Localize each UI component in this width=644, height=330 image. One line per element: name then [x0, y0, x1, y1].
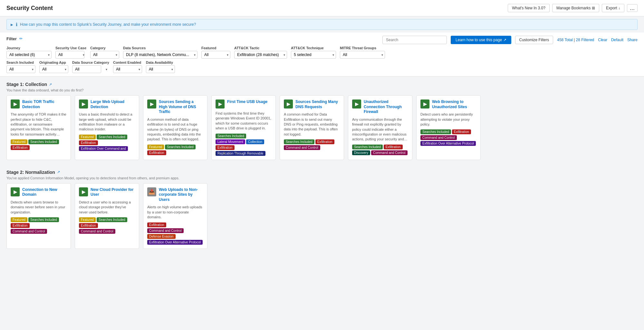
- featured-select[interactable]: All: [201, 51, 230, 59]
- card-title-2-2[interactable]: New Cloud Provider for User: [91, 187, 135, 197]
- card-title-1-1[interactable]: Basic TOR Traffic Detection: [22, 99, 67, 109]
- stage-link-icon-1[interactable]: ↗: [49, 82, 52, 87]
- clear-link[interactable]: Clear: [598, 38, 607, 42]
- tag-2-2-1[interactable]: Featured: [79, 217, 96, 222]
- card-title-2-3[interactable]: Web Uploads to Non-corporate Sites by Us…: [159, 187, 203, 203]
- tag-2-2-2[interactable]: Searches Included: [97, 217, 127, 222]
- journey-select[interactable]: All selected (6): [6, 51, 52, 59]
- card-tags-1-3: FeaturedSearches IncludedExfiltration: [147, 145, 203, 155]
- card-desc-2-2: Detect a user who is accessing a cloud s…: [79, 200, 135, 215]
- stage-link-icon-2[interactable]: ↗: [57, 170, 60, 174]
- tag-1-1-1[interactable]: Featured: [11, 139, 27, 144]
- tag-1-6-3[interactable]: Discovery: [352, 150, 370, 155]
- data-availability-select[interactable]: All: [146, 65, 175, 73]
- learn-button[interactable]: Learn how to use this page ↗: [451, 36, 511, 44]
- tag-1-2-2[interactable]: Searches Included: [97, 135, 127, 139]
- tag-2-2-3[interactable]: Exfiltration: [79, 223, 98, 228]
- tag-1-2-4[interactable]: Exfiltration Over Command and: [79, 146, 128, 151]
- card-title-2-1[interactable]: Connection to New Domain: [22, 187, 67, 197]
- cards-grid-1: ▶ Basic TOR Traffic Detection The anonym…: [6, 95, 638, 160]
- tag-1-2-1[interactable]: Featured: [79, 135, 96, 139]
- tag-1-3-1[interactable]: Featured: [147, 145, 164, 149]
- mitre-threat-groups-select[interactable]: All: [340, 51, 385, 59]
- data-source-category-select[interactable]: All: [72, 65, 101, 73]
- card-title-1-2[interactable]: Large Web Upload Detection: [91, 99, 135, 109]
- tag-1-6-1[interactable]: Searches Included: [352, 145, 383, 149]
- tag-1-7-4[interactable]: Exfiltration Over Alternative Protocol: [420, 141, 476, 146]
- card-icon-2-2: ▶: [79, 187, 88, 196]
- tag-1-4-3[interactable]: Collection: [246, 139, 264, 144]
- card-desc-1-7: Detect users who are persistently attemp…: [420, 112, 476, 127]
- tag-2-2-4[interactable]: Command and Control: [79, 229, 115, 234]
- tag-1-4-2[interactable]: Lateral Movement: [216, 139, 245, 144]
- tag-1-1-2[interactable]: Searches Included: [28, 139, 59, 144]
- tag-2-3-1[interactable]: Exfiltration: [147, 222, 166, 227]
- attck-technique-select[interactable]: 5 selected: [291, 51, 336, 59]
- page-title: Security Content: [6, 5, 53, 12]
- manage-bookmarks-button[interactable]: Manage Bookmarks ⊞: [552, 4, 599, 12]
- card-title-1-7[interactable]: Web Browsing to Unauthorized Sites: [432, 99, 476, 109]
- share-link[interactable]: Share: [627, 38, 638, 42]
- export-button[interactable]: Export ↓: [602, 4, 624, 12]
- card-title-1-5[interactable]: Sources Sending Many DNS Requests: [295, 99, 340, 109]
- filter-edit-icon[interactable]: ✏: [19, 36, 23, 41]
- filter-total-label: Total: [564, 38, 572, 42]
- tag-1-6-4[interactable]: Command and Control: [371, 150, 408, 155]
- data-sources-select[interactable]: DLP (8 matches), Network Commu...: [123, 51, 197, 59]
- customize-filters-button[interactable]: Customize Filters: [515, 36, 553, 44]
- card-title-1-4[interactable]: First Time USB Usage: [227, 99, 267, 105]
- card-icon-1-2: ▶: [79, 99, 88, 108]
- tag-1-5-1[interactable]: Searches Included: [284, 139, 314, 144]
- default-link[interactable]: Default: [611, 38, 623, 42]
- tag-1-4-5[interactable]: Replication Through Removable: [216, 151, 265, 156]
- card-2-1: ▶ Connection to New Domain Detects when …: [6, 183, 71, 249]
- security-use-case-select[interactable]: All: [55, 51, 84, 59]
- card-2-2: ▶ New Cloud Provider for User Detect a u…: [75, 183, 139, 249]
- category-select[interactable]: All: [90, 51, 119, 59]
- tag-1-4-1[interactable]: Searches Included: [216, 134, 246, 138]
- tag-2-3-4[interactable]: Exfiltration Over Alternative Protocol: [147, 240, 203, 245]
- stages-container: Stage 1: Collection↗You have the data on…: [0, 77, 644, 253]
- tag-2-1-4[interactable]: Command and Control: [11, 229, 47, 234]
- card-desc-1-4: Find systems the first time they generat…: [216, 111, 272, 131]
- tag-1-5-3[interactable]: Command and Control: [284, 145, 320, 150]
- tag-1-5-2[interactable]: Exfiltration: [315, 139, 334, 144]
- tag-1-3-3[interactable]: Exfiltration: [147, 150, 166, 155]
- filter-data-source-category: Data Source Category All: [72, 61, 109, 73]
- search-included-select[interactable]: All: [6, 65, 35, 73]
- tag-1-1-3[interactable]: Exfiltration: [11, 145, 30, 150]
- tag-2-3-3[interactable]: Defense Evasion: [147, 234, 176, 239]
- info-bar-toggle[interactable]: ▶: [11, 23, 13, 26]
- card-header-1-2: ▶ Large Web Upload Detection: [79, 99, 135, 109]
- card-header-2-3: 📤 Web Uploads to Non-corporate Sites by …: [147, 187, 203, 203]
- stage-header-1: Stage 1: Collection↗: [6, 82, 638, 87]
- tag-2-1-2[interactable]: Searches Included: [28, 217, 59, 222]
- attck-tactic-select[interactable]: Exfiltration (28 matches): [234, 51, 287, 59]
- content-enabled-select[interactable]: All: [113, 65, 142, 73]
- tag-1-7-3[interactable]: Command and Control: [420, 135, 457, 140]
- more-options-button[interactable]: ...: [627, 4, 638, 12]
- tag-1-7-2[interactable]: Exfiltration: [452, 129, 471, 134]
- tag-1-3-2[interactable]: Searches Included: [165, 145, 196, 149]
- originating-app-select[interactable]: All: [39, 65, 68, 73]
- card-title-1-3[interactable]: Sources Sending a High Volume of DNS Tra…: [159, 99, 203, 115]
- tag-1-7-1[interactable]: Searches Included: [420, 129, 451, 134]
- tag-2-1-1[interactable]: Featured: [11, 217, 27, 222]
- tag-1-6-2[interactable]: Exfiltration: [384, 145, 403, 149]
- tag-1-4-4[interactable]: Exfiltration: [216, 145, 235, 150]
- tag-1-2-3[interactable]: Exfiltration: [79, 140, 98, 145]
- card-header-1-6: ▶ Unauthorized Connection Through Firewa…: [352, 99, 408, 115]
- stage-section-1: Stage 1: Collection↗You have the data on…: [0, 77, 644, 165]
- card-header-1-5: ▶ Sources Sending Many DNS Requests: [284, 99, 340, 109]
- card-icon-2-3: 📤: [147, 187, 156, 196]
- tag-2-1-3[interactable]: Exfiltration: [11, 223, 30, 228]
- whats-new-button[interactable]: What's New In 3.0?: [508, 4, 550, 12]
- card-title-1-6[interactable]: Unauthorized Connection Through Firewall: [364, 99, 408, 115]
- card-1-2: ▶ Large Web Upload Detection Uses a basi…: [75, 95, 139, 160]
- tag-2-3-2[interactable]: Command and Control: [147, 228, 184, 233]
- filter-top-row: Filter ✏ Learn how to use this page ↗ Cu…: [6, 36, 638, 44]
- search-input[interactable]: [382, 36, 447, 44]
- card-desc-1-6: Any communication through the firewall n…: [352, 117, 408, 142]
- filter-data-availability: Data Availability All: [146, 61, 175, 73]
- card-icon-1-6: ▶: [352, 99, 361, 108]
